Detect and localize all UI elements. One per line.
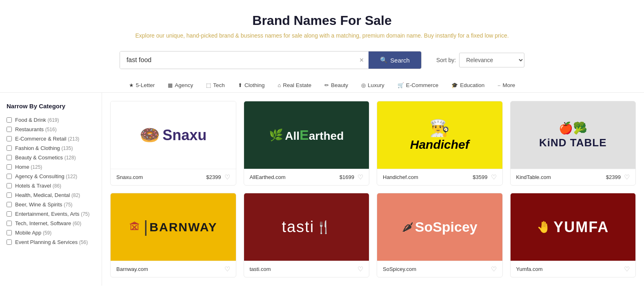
filter-item-5[interactable]: Home (125)	[7, 162, 95, 172]
filter-count-8: (82)	[71, 192, 80, 198]
filter-checkbox-1[interactable]	[7, 127, 12, 132]
brand-heart-button-allearthed[interactable]: ♡	[358, 173, 363, 181]
filter-count-3: (135)	[61, 145, 73, 151]
brand-domain-allearthed: AllEarthed.com	[250, 174, 286, 180]
brand-domain-barnway: Barnway.com	[116, 266, 148, 272]
brand-domain-kindtable: KindTable.com	[516, 174, 551, 180]
tasti-utensil-icon: 🍴	[316, 220, 331, 234]
filter-item-7[interactable]: Hotels & Travel (86)	[7, 181, 95, 190]
brand-card-yumfa[interactable]: 🤚 YUMFA Yumfa.com ♡	[510, 193, 636, 277]
filter-label-0: Food & Drink (619)	[15, 117, 59, 123]
luxury-icon: ◎	[361, 82, 366, 88]
filter-item-0[interactable]: Food & Drink (619)	[7, 115, 95, 125]
filter-item-12[interactable]: Mobile App (59)	[7, 228, 95, 237]
nav-item-five-letter[interactable]: ★5-Letter	[123, 79, 161, 92]
filter-count-7: (86)	[53, 183, 61, 189]
nav-item-tech[interactable]: ⬚Tech	[200, 79, 231, 92]
nav-item-agency[interactable]: ▦Agency	[162, 79, 199, 92]
nav-item-education[interactable]: 🎓Education	[446, 79, 490, 92]
filter-checkbox-9[interactable]	[7, 202, 12, 207]
brand-logo-sospicey: 🌶 SoSpicey	[377, 193, 502, 261]
filter-item-13[interactable]: Event Planning & Services (56)	[7, 237, 95, 247]
filter-label-6: Agency & Consulting (122)	[15, 173, 77, 179]
filter-item-1[interactable]: Restaurants (516)	[7, 125, 95, 134]
ecommerce-icon: 🛒	[398, 82, 404, 88]
brand-heart-button-sospicey[interactable]: ♡	[491, 265, 497, 273]
brand-card-tasti[interactable]: tasti 🍴 tasti.com ♡	[244, 193, 370, 277]
brand-domain-snaxu: Snaxu.com	[116, 174, 143, 180]
filter-checkbox-4[interactable]	[7, 155, 12, 160]
page-subtitle: Explore our unique, hand-picked brand & …	[8, 32, 636, 39]
filter-item-8[interactable]: Health, Medical, Dental (82)	[7, 190, 95, 200]
filter-item-6[interactable]: Agency & Consulting (122)	[7, 172, 95, 181]
nav-item-beauty[interactable]: ✏Beauty	[319, 79, 354, 92]
sospicey-chili-icon: 🌶	[402, 220, 413, 234]
nav-item-ecommerce[interactable]: 🛒E-Commerce	[392, 79, 444, 92]
filter-item-4[interactable]: Beauty & Cosmetics (128)	[7, 153, 95, 162]
brand-price-allearthed: $1699	[340, 174, 354, 180]
filter-item-10[interactable]: Entertainment, Events, Arts (75)	[7, 209, 95, 219]
brand-footer-sospicey: SoSpicey.com ♡	[377, 261, 502, 277]
brand-logo-barnway: 🏚 | BARNWAY	[111, 193, 236, 261]
kindtable-icons: 🍎🥦	[559, 121, 587, 135]
filter-count-10: (75)	[81, 211, 89, 217]
filter-item-9[interactable]: Beer, Wine & Spirits (75)	[7, 200, 95, 209]
search-button[interactable]: 🔍 Search	[369, 51, 421, 69]
filter-list: Food & Drink (619)Restaurants (516)E-Com…	[7, 115, 95, 247]
brand-card-barnway[interactable]: 🏚 | BARNWAY Barnway.com ♡	[110, 193, 236, 277]
filter-checkbox-2[interactable]	[7, 136, 12, 141]
brand-heart-button-yumfa[interactable]: ♡	[624, 265, 630, 273]
sospicey-logo-text: SoSpicey	[415, 219, 477, 235]
nav-item-more[interactable]: ··More	[492, 79, 521, 92]
filter-item-2[interactable]: E-Commerce & Retail (213)	[7, 134, 95, 143]
filter-label-4: Beauty & Cosmetics (128)	[15, 154, 76, 161]
brand-card-kindtable[interactable]: 🍎🥦 KiND TABLE KindTable.com $2399 ♡	[510, 101, 636, 186]
nav-item-clothing[interactable]: ⬆Clothing	[232, 79, 271, 92]
brand-card-sospicey[interactable]: 🌶 SoSpicey SoSpicey.com ♡	[377, 193, 503, 277]
nav-label-five-letter: 5-Letter	[136, 82, 155, 88]
filter-checkbox-12[interactable]	[7, 230, 12, 235]
beauty-icon: ✏	[324, 82, 329, 88]
filter-checkbox-7[interactable]	[7, 183, 12, 188]
brand-logo-yumfa: 🤚 YUMFA	[511, 193, 636, 261]
brand-footer-yumfa: Yumfa.com ♡	[511, 261, 636, 277]
barnway-barn-icon: 🏚	[129, 220, 140, 234]
brand-card-allearthed[interactable]: 🌿 AllEarthed AllEarthed.com $1699 ♡	[244, 101, 370, 186]
brand-logo-tasti: tasti 🍴	[244, 193, 369, 261]
filter-checkbox-10[interactable]	[7, 211, 12, 217]
brand-domain-handichef: Handichef.com	[383, 174, 418, 180]
filter-checkbox-3[interactable]	[7, 145, 12, 151]
nav-item-luxury[interactable]: ◎Luxury	[355, 79, 390, 92]
filter-item-3[interactable]: Fashion & Clothing (135)	[7, 143, 95, 153]
search-clear-button[interactable]: ×	[355, 56, 369, 65]
nav-item-real-estate[interactable]: ⌂Real Estate	[272, 79, 317, 92]
brand-card-handichef[interactable]: 👨‍🍳 Handichef Handichef.com $3599 ♡	[377, 101, 503, 186]
nav-label-luxury: Luxury	[368, 82, 384, 88]
nav-label-real-estate: Real Estate	[283, 82, 311, 88]
brand-logo-kindtable: 🍎🥦 KiND TABLE	[511, 101, 636, 169]
filter-checkbox-6[interactable]	[7, 174, 12, 179]
brand-heart-button-tasti[interactable]: ♡	[358, 265, 363, 273]
handichef-logo-text: Handichef	[410, 138, 469, 152]
nav-label-education: Education	[460, 82, 484, 88]
filter-checkbox-11[interactable]	[7, 221, 12, 226]
brand-heart-button-snaxu[interactable]: ♡	[224, 173, 230, 181]
filter-label-11: Tech, Internet, Software (60)	[15, 220, 81, 226]
filter-checkbox-13[interactable]	[7, 239, 12, 245]
education-icon: 🎓	[451, 82, 458, 88]
filter-checkbox-5[interactable]	[7, 164, 12, 170]
brand-heart-button-barnway[interactable]: ♡	[224, 265, 230, 273]
search-input[interactable]	[120, 51, 355, 69]
filter-item-11[interactable]: Tech, Internet, Software (60)	[7, 219, 95, 228]
five-letter-icon: ★	[129, 82, 134, 88]
brand-heart-button-kindtable[interactable]: ♡	[624, 173, 630, 181]
filter-checkbox-0[interactable]	[7, 117, 12, 123]
nav-label-more: More	[502, 82, 515, 88]
brand-card-snaxu[interactable]: 🍩 Snaxu Snaxu.com $2399 ♡	[110, 101, 236, 186]
sort-select[interactable]: Relevance Price: Low to High Price: High…	[459, 53, 524, 67]
brand-price-kindtable: $2399	[606, 174, 621, 180]
filter-label-12: Mobile App (59)	[15, 230, 51, 236]
filter-count-4: (128)	[64, 155, 76, 161]
filter-checkbox-8[interactable]	[7, 192, 12, 198]
brand-heart-button-handichef[interactable]: ♡	[491, 173, 497, 181]
